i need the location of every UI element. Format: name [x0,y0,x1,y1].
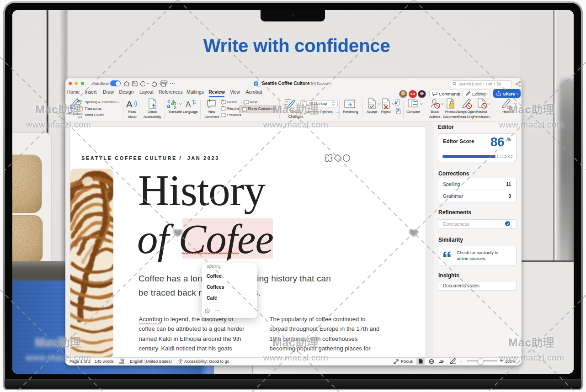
svg-text:a: a [167,102,170,109]
svg-text:あ: あ [171,99,176,106]
svg-text:A: A [186,100,191,109]
svg-text:A: A [126,99,133,109]
